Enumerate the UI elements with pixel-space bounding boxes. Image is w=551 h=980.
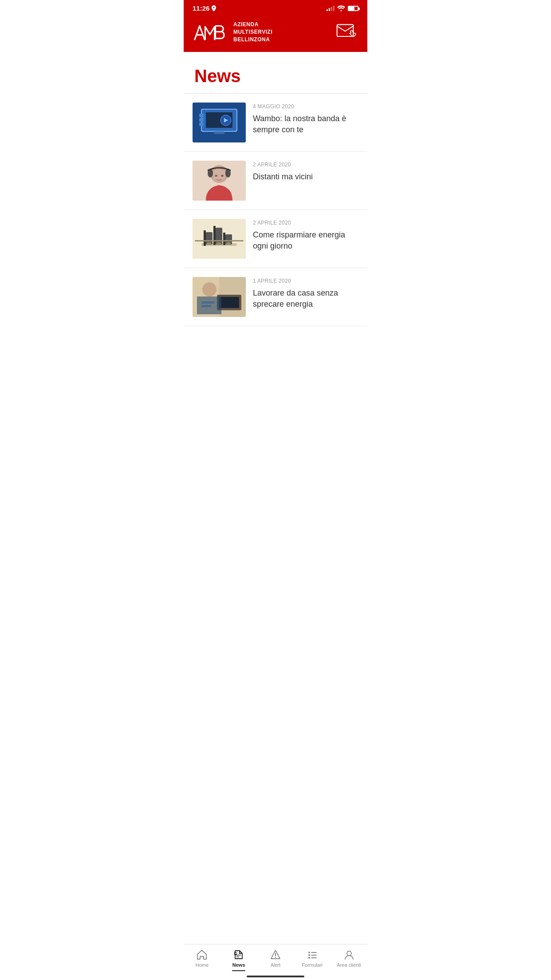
news-item[interactable]: 2 APRILE 2020 Come risparmiare energia o… <box>184 210 367 268</box>
news-item[interactable]: 1 APRILE 2020 Lavorare da casa senza spr… <box>184 268 367 326</box>
svg-rect-4 <box>199 114 204 117</box>
time-display: 11:26 <box>193 4 209 12</box>
news-date: 2 APRILE 2020 <box>253 220 358 226</box>
content-area: News 4 MAGGIO 2020 Wambo: la nostra band… <box>184 52 367 362</box>
svg-point-15 <box>215 175 217 177</box>
svg-point-28 <box>226 242 231 244</box>
svg-rect-21 <box>216 228 222 245</box>
news-date: 4 MAGGIO 2020 <box>253 103 358 110</box>
page-title: News <box>194 66 357 86</box>
page-title-area: News <box>184 52 367 93</box>
news-headline: Lavorare da casa senza sprecare energia <box>253 288 358 309</box>
svg-rect-5 <box>199 118 204 122</box>
svg-rect-22 <box>213 226 216 245</box>
svg-point-33 <box>202 282 216 296</box>
svg-point-14 <box>213 169 225 181</box>
location-icon <box>212 5 216 12</box>
news-item[interactable]: 2 APRILE 2020 Distanti ma vicini <box>184 152 367 210</box>
battery-icon <box>348 6 358 11</box>
news-content: 2 APRILE 2020 Distanti ma vicini <box>253 161 358 182</box>
svg-point-26 <box>206 242 212 244</box>
news-thumbnail <box>193 103 246 142</box>
news-list: 4 MAGGIO 2020 Wambo: la nostra banda è s… <box>184 94 367 326</box>
status-left: 11:26 <box>193 4 216 12</box>
news-thumbnail <box>193 277 246 317</box>
svg-point-27 <box>216 242 221 244</box>
news-thumbnail <box>193 219 246 259</box>
news-thumbnail <box>193 161 246 201</box>
svg-rect-36 <box>201 305 211 307</box>
amb-logo <box>193 21 228 43</box>
svg-rect-35 <box>201 301 215 304</box>
news-date: 2 APRILE 2020 <box>253 162 358 168</box>
app-header: AZIENDA MULTISERVIZI BELLINZONA <box>184 16 367 52</box>
status-right <box>327 5 358 12</box>
wifi-icon <box>337 5 345 12</box>
news-headline: Come risparmiare energia ogni giorno <box>253 229 358 251</box>
news-content: 1 APRILE 2020 Lavorare da casa senza spr… <box>253 277 358 309</box>
news-content: 2 APRILE 2020 Come risparmiare energia o… <box>253 219 358 251</box>
news-date: 1 APRILE 2020 <box>253 278 358 284</box>
logo-area: AZIENDA MULTISERVIZI BELLINZONA <box>193 21 272 43</box>
contact-envelope-icon[interactable] <box>336 23 358 41</box>
svg-point-16 <box>221 175 224 177</box>
svg-rect-20 <box>204 230 206 246</box>
signal-icon <box>327 6 335 11</box>
status-bar: 11:26 <box>184 0 367 16</box>
news-content: 4 MAGGIO 2020 Wambo: la nostra banda è s… <box>253 103 358 135</box>
svg-rect-7 <box>214 131 224 134</box>
company-name: AZIENDA MULTISERVIZI BELLINZONA <box>233 21 272 43</box>
svg-rect-24 <box>223 233 225 245</box>
news-item[interactable]: 4 MAGGIO 2020 Wambo: la nostra banda è s… <box>184 94 367 152</box>
news-headline: Distanti ma vicini <box>253 171 358 182</box>
news-headline: Wambo: la nostra banda è sempre con te <box>253 113 358 135</box>
svg-rect-6 <box>199 122 204 126</box>
svg-rect-25 <box>195 240 244 241</box>
svg-rect-32 <box>219 297 239 308</box>
